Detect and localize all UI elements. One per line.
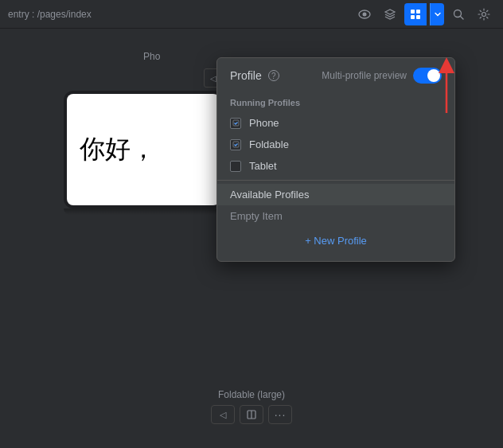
phone-label: Pho — [143, 51, 160, 62]
grid-icon[interactable] — [404, 3, 427, 25]
foldable-label: Foldable (large) — [218, 389, 285, 400]
bottom-controls: ◁ ··· — [211, 405, 292, 424]
running-profiles-header: Running Profiles — [217, 92, 454, 112]
available-profiles-header: Available Profiles — [230, 189, 309, 201]
top-bar: entry : /pages/index — [0, 0, 503, 29]
svg-rect-12 — [233, 142, 239, 147]
profile-item-phone[interactable]: Phone — [217, 112, 454, 134]
tablet-label-text: Tablet — [249, 160, 277, 172]
bottom-more-button[interactable]: ··· — [268, 405, 292, 424]
device-content: 你好， — [80, 132, 156, 167]
phone-checkbox[interactable] — [230, 118, 241, 129]
svg-rect-4 — [411, 15, 415, 19]
svg-rect-3 — [416, 10, 420, 14]
dropdown-arrow-button[interactable] — [430, 3, 444, 25]
foldable-checkbox[interactable] — [230, 139, 241, 150]
foldable-label-text: Foldable — [249, 138, 289, 150]
eye-icon[interactable] — [353, 3, 376, 25]
panel-header: Profile ? Multi-profile preview — [217, 58, 454, 92]
svg-line-7 — [461, 16, 464, 19]
bottom-back-button[interactable]: ◁ — [211, 405, 235, 424]
phone-label-text: Phone — [249, 117, 279, 129]
device-screen: 你好， — [67, 94, 220, 205]
layers-icon[interactable] — [379, 3, 401, 25]
section-divider — [217, 180, 454, 181]
new-profile-link[interactable]: + New Profile — [217, 227, 454, 255]
top-bar-icons — [353, 3, 495, 25]
bottom-fold-button[interactable] — [240, 405, 263, 424]
multi-profile-label: Multi-profile preview — [322, 70, 407, 81]
panel-title: Profile — [230, 69, 262, 82]
svg-rect-5 — [416, 15, 420, 19]
empty-item[interactable]: Empty Item — [217, 205, 454, 227]
breadcrumb: entry : /pages/index — [8, 9, 353, 20]
profile-item-foldable[interactable]: Foldable — [217, 134, 454, 155]
device-container: ◁ 你好， — [64, 68, 223, 215]
search-icon[interactable] — [447, 3, 470, 25]
help-icon[interactable]: ? — [268, 70, 279, 81]
svg-point-1 — [363, 12, 367, 16]
settings-icon[interactable] — [473, 3, 495, 25]
profile-item-tablet[interactable]: Tablet — [217, 155, 454, 177]
svg-point-8 — [482, 12, 486, 16]
available-section-header: Available Profiles — [217, 184, 454, 205]
device-shadow — [64, 208, 223, 215]
main-area: Pho ◁ 你好， Foldable (large) ◁ ··· Profile — [0, 29, 503, 448]
svg-rect-11 — [233, 120, 239, 126]
svg-rect-2 — [411, 10, 415, 14]
profile-dropdown-panel: Profile ? Multi-profile preview Running … — [216, 57, 455, 262]
device-frame: 你好， — [64, 91, 223, 208]
empty-item-label: Empty Item — [230, 210, 283, 222]
red-arrow-annotation — [435, 57, 458, 123]
tablet-checkbox[interactable] — [230, 161, 241, 172]
